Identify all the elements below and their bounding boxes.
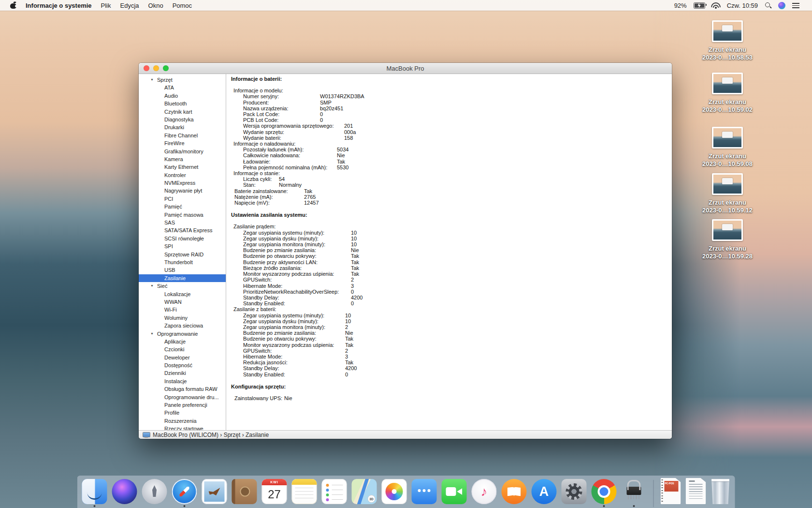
itunes-icon[interactable]: ♪ — [472, 479, 497, 504]
dock-item-app-store[interactable]: A — [532, 479, 557, 507]
desktop-icon-screenshot[interactable]: Zrzut ekranu2023-0…10.59.08 — [689, 127, 766, 168]
sidebar-item-oprogramowanie-dru[interactable]: Oprogramowanie dru... — [139, 393, 226, 401]
sidebar-item-sas[interactable]: SAS — [139, 219, 226, 226]
sidebar-item-pamiec-masowa[interactable]: Pamięć masowa — [139, 211, 226, 219]
dock-item-itunes[interactable]: ♪ — [472, 479, 497, 507]
sidebar-item-wi-fi[interactable]: Wi-Fi — [139, 306, 226, 314]
sidebar-item-fibre-channel[interactable]: Fibre Channel — [139, 132, 226, 139]
window-titlebar[interactable]: MacBook Pro — [139, 63, 672, 74]
dock-item-mail[interactable] — [202, 479, 227, 507]
battery-icon[interactable] — [694, 2, 705, 9]
sidebar-item-panele-preferencji[interactable]: Panele preferencji — [139, 401, 226, 409]
dock-item-reminders[interactable] — [322, 479, 347, 507]
sidebar-section-siec[interactable]: ▼Sieć — [139, 282, 226, 290]
desktop-icon-screenshot[interactable]: Zrzut ekranu2023-0…10.59.02 — [689, 73, 766, 114]
sidebar-item-ata[interactable]: ATA — [139, 84, 226, 91]
reminders-icon[interactable] — [322, 479, 347, 504]
dock-item-notes[interactable] — [292, 479, 317, 507]
sidebar-item-dostepnosc[interactable]: Dostępność — [139, 361, 226, 369]
maps-icon[interactable]: 3D — [352, 479, 377, 504]
sidebar-item-sprzetowe-raid[interactable]: Sprzętowe RAID — [139, 251, 226, 258]
sidebar-item-obsluga-formatu-raw[interactable]: Obsługa formatu RAW — [139, 385, 226, 393]
document-pcpos-icon[interactable]: PC-POS — [661, 478, 681, 504]
desktop-icon-screenshot[interactable]: Zrzut ekranu2023-0…10.59.28 — [689, 219, 766, 260]
contacts-icon[interactable] — [232, 479, 257, 504]
sidebar-item-wwan[interactable]: WWAN — [139, 298, 226, 306]
disclosure-triangle-icon[interactable]: ▼ — [150, 282, 154, 290]
menu-item-plik[interactable]: Plik — [101, 2, 111, 9]
dock-item-document-text[interactable] — [686, 478, 706, 507]
system-information-icon[interactable] — [622, 479, 647, 504]
sidebar-item-kamera[interactable]: Kamera — [139, 155, 226, 163]
mail-icon[interactable] — [202, 479, 227, 504]
sidebar-item-nvmexpress[interactable]: NVMExpress — [139, 179, 226, 187]
menu-item-pomoc[interactable]: Pomoc — [173, 2, 192, 9]
sidebar-section-oprogramowanie[interactable]: ▼Oprogramowanie — [139, 330, 226, 338]
sidebar-section-sprzet[interactable]: ▼Sprzęt — [139, 76, 226, 84]
close-button[interactable] — [144, 65, 149, 71]
sidebar-item-pamiec[interactable]: Pamięć — [139, 203, 226, 210]
sidebar-item-pci[interactable]: PCI — [139, 195, 226, 203]
sidebar-item-audio[interactable]: Audio — [139, 92, 226, 100]
books-icon[interactable] — [502, 479, 527, 504]
system-preferences-icon[interactable] — [562, 479, 587, 504]
calendar-icon[interactable]: KWI27 — [262, 479, 287, 504]
sidebar-item-drukarki[interactable]: Drukarki — [139, 123, 226, 131]
menu-item-edycja[interactable]: Edycja — [120, 2, 139, 9]
sidebar-item-deweloper[interactable]: Deweloper — [139, 354, 226, 361]
sidebar-item-dzienniki[interactable]: Dzienniki — [139, 369, 226, 377]
sidebar-item-karty-ethernet[interactable]: Karty Ethernet — [139, 163, 226, 171]
dock-item-maps[interactable]: 3D — [352, 479, 377, 507]
notification-center-icon[interactable] — [792, 3, 799, 8]
sidebar-item-zapora-sieciowa[interactable]: Zapora sieciowa — [139, 322, 226, 329]
sidebar-item-spi[interactable]: SPI — [139, 242, 226, 250]
launchpad-icon[interactable] — [142, 479, 167, 504]
dock-item-system-information[interactable] — [622, 479, 647, 507]
zoom-button[interactable] — [163, 65, 169, 71]
sidebar-item-bluetooth[interactable]: Bluetooth — [139, 100, 226, 107]
desktop-icon-screenshot[interactable]: Zrzut ekranu2023-0…10.59.12 — [689, 173, 766, 214]
dock-item-safari[interactable] — [172, 479, 197, 507]
dock-item-photos[interactable] — [382, 479, 407, 507]
sidebar-item-grafika-monitory[interactable]: Grafika/monitory — [139, 148, 226, 155]
sidebar-item-thunderbolt[interactable]: Thunderbolt — [139, 258, 226, 266]
messages-icon[interactable] — [412, 479, 437, 504]
dock-item-launchpad[interactable] — [142, 479, 167, 507]
dock-item-system-preferences[interactable] — [562, 479, 587, 507]
siri-icon[interactable] — [112, 479, 137, 504]
facetime-icon[interactable] — [442, 479, 467, 504]
desktop-icon-screenshot[interactable]: Zrzut ekranu2023-0…10.58.53 — [689, 20, 766, 61]
dock-item-document-pcpos[interactable]: PC-POS — [661, 478, 681, 507]
sidebar-item-rozszerzenia[interactable]: Rozszerzenia — [139, 417, 226, 425]
notes-icon[interactable] — [292, 479, 317, 504]
disclosure-triangle-icon[interactable]: ▼ — [150, 330, 154, 338]
menu-clock[interactable]: Czw. 10:59 — [727, 2, 758, 9]
dock-item-finder[interactable] — [82, 479, 107, 507]
chrome-icon[interactable] — [592, 479, 617, 504]
apple-menu-icon[interactable] — [10, 1, 16, 9]
dock-item-trash[interactable] — [711, 479, 730, 507]
menu-item-okno[interactable]: Okno — [148, 2, 163, 9]
dock-item-calendar[interactable]: KWI27 — [262, 479, 287, 507]
sidebar-item-aplikacje[interactable]: Aplikacje — [139, 338, 226, 345]
dock-item-facetime[interactable] — [442, 479, 467, 507]
dock-item-messages[interactable] — [412, 479, 437, 507]
wifi-icon[interactable] — [712, 2, 720, 8]
sidebar-item-sata-sata-express[interactable]: SATA/SATA Express — [139, 226, 226, 234]
sidebar-item-nagrywanie-plyt[interactable]: Nagrywanie płyt — [139, 187, 226, 194]
safari-icon[interactable] — [172, 479, 197, 504]
sidebar-item-profile[interactable]: Profile — [139, 409, 226, 417]
document-text-icon[interactable] — [686, 478, 706, 504]
app-store-icon[interactable]: A — [532, 479, 557, 504]
finder-icon[interactable] — [82, 479, 107, 504]
sidebar-item-zasilanie[interactable]: Zasilanie — [139, 274, 226, 282]
disclosure-triangle-icon[interactable]: ▼ — [150, 76, 154, 84]
sidebar-item-diagnostyka[interactable]: Diagnostyka — [139, 116, 226, 123]
minimize-button[interactable] — [153, 65, 159, 71]
dock-item-chrome[interactable] — [592, 479, 617, 507]
sidebar-item-czcionki[interactable]: Czcionki — [139, 345, 226, 353]
content-pane[interactable]: Informacje o baterii:Informacje o modelu… — [226, 74, 672, 430]
sidebar-item-lokalizacje[interactable]: Lokalizacje — [139, 290, 226, 298]
siri-icon[interactable] — [778, 2, 785, 9]
sidebar-item-scsi-rownolegle[interactable]: SCSI równoległe — [139, 235, 226, 242]
